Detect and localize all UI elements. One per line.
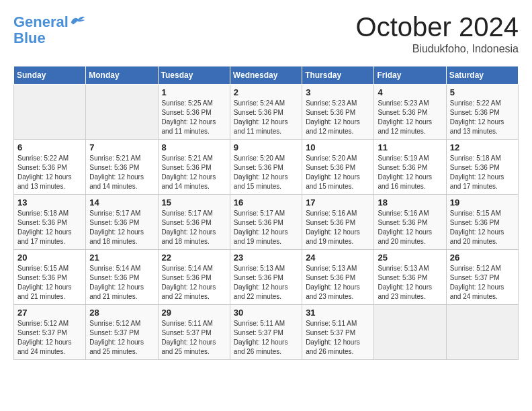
day-number: 1	[162, 87, 226, 97]
calendar-cell: 17Sunrise: 5:16 AM Sunset: 5:36 PM Dayli…	[302, 195, 374, 250]
day-number: 11	[378, 142, 442, 152]
day-number: 5	[450, 87, 515, 97]
weekday-header-thursday: Thursday	[302, 66, 374, 85]
calendar-cell: 19Sunrise: 5:15 AM Sunset: 5:36 PM Dayli…	[446, 195, 518, 250]
day-number: 12	[450, 142, 515, 152]
location: Biudukfoho, Indonesia	[356, 43, 519, 55]
day-detail: Sunrise: 5:23 AM Sunset: 5:36 PM Dayligh…	[378, 99, 442, 136]
weekday-header-sunday: Sunday	[14, 66, 86, 85]
weekday-header-wednesday: Wednesday	[230, 66, 302, 85]
day-detail: Sunrise: 5:13 AM Sunset: 5:36 PM Dayligh…	[378, 264, 442, 302]
calendar-cell: 24Sunrise: 5:13 AM Sunset: 5:36 PM Dayli…	[302, 250, 374, 305]
calendar-cell: 21Sunrise: 5:14 AM Sunset: 5:36 PM Dayli…	[86, 250, 158, 305]
logo-line1: General	[13, 13, 69, 30]
calendar-cell: 29Sunrise: 5:11 AM Sunset: 5:37 PM Dayli…	[158, 305, 230, 360]
calendar-cell: 13Sunrise: 5:18 AM Sunset: 5:36 PM Dayli…	[14, 195, 86, 250]
day-detail: Sunrise: 5:21 AM Sunset: 5:36 PM Dayligh…	[89, 154, 154, 191]
calendar-cell: 25Sunrise: 5:13 AM Sunset: 5:36 PM Dayli…	[374, 250, 446, 305]
day-detail: Sunrise: 5:19 AM Sunset: 5:36 PM Dayligh…	[378, 154, 442, 191]
calendar-cell: 15Sunrise: 5:17 AM Sunset: 5:36 PM Dayli…	[158, 195, 230, 250]
calendar-cell: 28Sunrise: 5:12 AM Sunset: 5:37 PM Dayli…	[86, 305, 158, 360]
day-detail: Sunrise: 5:24 AM Sunset: 5:36 PM Dayligh…	[234, 99, 298, 136]
day-detail: Sunrise: 5:11 AM Sunset: 5:37 PM Dayligh…	[162, 319, 226, 357]
calendar-cell: 12Sunrise: 5:18 AM Sunset: 5:36 PM Dayli…	[446, 140, 518, 195]
weekday-header-friday: Friday	[374, 66, 446, 85]
day-number: 27	[17, 308, 82, 318]
calendar-cell: 5Sunrise: 5:22 AM Sunset: 5:36 PM Daylig…	[446, 85, 518, 140]
calendar-week-5: 27Sunrise: 5:12 AM Sunset: 5:37 PM Dayli…	[14, 305, 519, 360]
calendar-cell: 3Sunrise: 5:23 AM Sunset: 5:36 PM Daylig…	[302, 85, 374, 140]
calendar-cell: 10Sunrise: 5:20 AM Sunset: 5:36 PM Dayli…	[302, 140, 374, 195]
day-number: 17	[306, 197, 370, 208]
day-detail: Sunrise: 5:18 AM Sunset: 5:36 PM Dayligh…	[17, 209, 82, 246]
day-detail: Sunrise: 5:25 AM Sunset: 5:36 PM Dayligh…	[162, 99, 226, 136]
day-detail: Sunrise: 5:18 AM Sunset: 5:36 PM Dayligh…	[450, 154, 515, 191]
day-number: 7	[89, 142, 154, 152]
day-detail: Sunrise: 5:11 AM Sunset: 5:37 PM Dayligh…	[234, 319, 298, 357]
day-detail: Sunrise: 5:14 AM Sunset: 5:36 PM Dayligh…	[89, 264, 154, 302]
calendar-week-1: 1Sunrise: 5:25 AM Sunset: 5:36 PM Daylig…	[14, 85, 519, 140]
calendar-header: SundayMondayTuesdayWednesdayThursdayFrid…	[14, 66, 519, 85]
day-detail: Sunrise: 5:16 AM Sunset: 5:36 PM Dayligh…	[378, 209, 442, 246]
calendar-body: 1Sunrise: 5:25 AM Sunset: 5:36 PM Daylig…	[14, 85, 519, 360]
day-detail: Sunrise: 5:13 AM Sunset: 5:36 PM Dayligh…	[234, 264, 298, 302]
weekday-header-monday: Monday	[86, 66, 158, 85]
day-detail: Sunrise: 5:12 AM Sunset: 5:37 PM Dayligh…	[450, 264, 515, 302]
day-number: 10	[306, 142, 370, 152]
day-number: 26	[450, 253, 515, 263]
day-detail: Sunrise: 5:15 AM Sunset: 5:36 PM Dayligh…	[450, 209, 515, 246]
calendar-cell: 1Sunrise: 5:25 AM Sunset: 5:36 PM Daylig…	[158, 85, 230, 140]
calendar-cell: 20Sunrise: 5:15 AM Sunset: 5:36 PM Dayli…	[14, 250, 86, 305]
day-number: 23	[234, 253, 298, 263]
day-number: 15	[162, 197, 226, 208]
day-detail: Sunrise: 5:22 AM Sunset: 5:36 PM Dayligh…	[17, 154, 82, 191]
day-number: 25	[378, 253, 442, 263]
weekday-header-saturday: Saturday	[446, 66, 518, 85]
day-number: 28	[89, 308, 154, 318]
calendar-cell: 8Sunrise: 5:21 AM Sunset: 5:36 PM Daylig…	[158, 140, 230, 195]
calendar-cell: 14Sunrise: 5:17 AM Sunset: 5:36 PM Dayli…	[86, 195, 158, 250]
day-number: 20	[17, 253, 82, 263]
calendar-week-4: 20Sunrise: 5:15 AM Sunset: 5:36 PM Dayli…	[14, 250, 519, 305]
day-number: 2	[234, 87, 298, 97]
day-number: 3	[306, 87, 370, 97]
day-detail: Sunrise: 5:20 AM Sunset: 5:36 PM Dayligh…	[306, 154, 370, 191]
day-number: 31	[306, 308, 370, 318]
page-header: General Blue October 2024 Biudukfoho, In…	[13, 13, 519, 55]
day-number: 29	[162, 308, 226, 318]
weekday-header-tuesday: Tuesday	[158, 66, 230, 85]
bird-icon	[70, 13, 86, 27]
day-detail: Sunrise: 5:17 AM Sunset: 5:36 PM Dayligh…	[234, 209, 298, 246]
calendar-cell	[374, 305, 446, 360]
calendar-cell: 6Sunrise: 5:22 AM Sunset: 5:36 PM Daylig…	[14, 140, 86, 195]
day-number: 14	[89, 197, 154, 208]
day-number: 13	[17, 197, 82, 208]
title-area: October 2024 Biudukfoho, Indonesia	[356, 13, 519, 55]
calendar-cell	[86, 85, 158, 140]
day-number: 22	[162, 253, 226, 263]
day-detail: Sunrise: 5:11 AM Sunset: 5:37 PM Dayligh…	[306, 319, 370, 357]
day-number: 24	[306, 253, 370, 263]
logo: General Blue	[13, 13, 86, 46]
day-detail: Sunrise: 5:23 AM Sunset: 5:36 PM Dayligh…	[306, 99, 370, 136]
day-detail: Sunrise: 5:12 AM Sunset: 5:37 PM Dayligh…	[17, 319, 82, 357]
month-title: October 2024	[356, 13, 519, 40]
day-number: 19	[450, 197, 515, 208]
day-number: 4	[378, 87, 442, 97]
day-number: 16	[234, 197, 298, 208]
calendar-cell	[14, 85, 86, 140]
calendar-cell: 11Sunrise: 5:19 AM Sunset: 5:36 PM Dayli…	[374, 140, 446, 195]
day-number: 30	[234, 308, 298, 318]
day-detail: Sunrise: 5:13 AM Sunset: 5:36 PM Dayligh…	[306, 264, 370, 302]
calendar-cell: 23Sunrise: 5:13 AM Sunset: 5:36 PM Dayli…	[230, 250, 302, 305]
calendar-cell: 4Sunrise: 5:23 AM Sunset: 5:36 PM Daylig…	[374, 85, 446, 140]
day-detail: Sunrise: 5:16 AM Sunset: 5:36 PM Dayligh…	[306, 209, 370, 246]
calendar-cell: 9Sunrise: 5:20 AM Sunset: 5:36 PM Daylig…	[230, 140, 302, 195]
calendar-cell: 26Sunrise: 5:12 AM Sunset: 5:37 PM Dayli…	[446, 250, 518, 305]
day-detail: Sunrise: 5:14 AM Sunset: 5:36 PM Dayligh…	[162, 264, 226, 302]
calendar-cell: 2Sunrise: 5:24 AM Sunset: 5:36 PM Daylig…	[230, 85, 302, 140]
day-number: 21	[89, 253, 154, 263]
logo-line2: Blue	[13, 30, 86, 46]
calendar-cell: 31Sunrise: 5:11 AM Sunset: 5:37 PM Dayli…	[302, 305, 374, 360]
day-detail: Sunrise: 5:15 AM Sunset: 5:36 PM Dayligh…	[17, 264, 82, 302]
